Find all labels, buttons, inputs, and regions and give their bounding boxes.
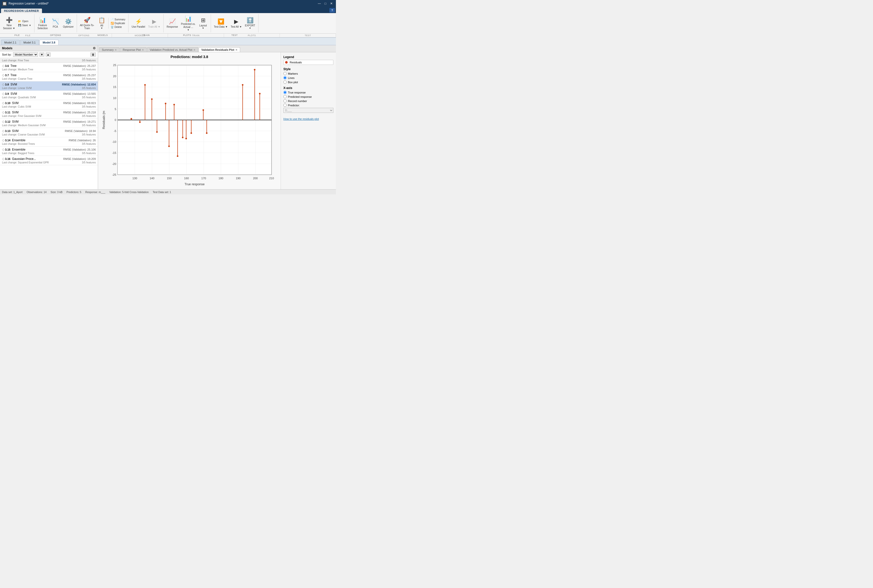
test-group: 🔽 Test Data ▼ ▶ Test All ▼ ⬆️ EXPORT ▼ T…	[211, 14, 258, 32]
file-group: ➕ NewSession ▼ 📂 Open 💾 Save ▼ FILE	[0, 14, 34, 32]
svg-text:25: 25	[113, 64, 116, 67]
new-session-button[interactable]: ➕ NewSession ▼	[2, 16, 16, 30]
sort-desc-button[interactable]: ▼	[39, 52, 44, 57]
model-item[interactable]: ◇3.15 Ensemble RMSE (Validation): 25.106…	[0, 147, 98, 156]
matlab-icon: 🔲	[2, 1, 7, 6]
delete-model-button[interactable]: 🗑	[90, 52, 96, 57]
tab-validation-residuals[interactable]: Validation Residuals Plot ✕	[199, 47, 240, 52]
tab-summary-close[interactable]: ✕	[115, 48, 117, 51]
predicted-response-radio[interactable]	[284, 95, 286, 98]
optimizer-icon: ⚙️	[65, 18, 72, 25]
optimizer-button[interactable]: ⚙️ Optimizer	[62, 18, 75, 28]
use-parallel-button[interactable]: ⚡ Use Parallel	[130, 18, 146, 29]
open-button[interactable]: 📂 Open	[17, 20, 32, 23]
response-button[interactable]: 📈 Response	[166, 18, 179, 28]
model-item[interactable]: ◇3.10 SVM RMSE (Validation): 69.823 Last…	[0, 100, 98, 110]
box-plot-option[interactable]: Box plot	[284, 81, 333, 84]
tab-validation-predicted-close[interactable]: ✕	[194, 48, 195, 51]
svg-text:5: 5	[115, 108, 116, 111]
svg-text:True response: True response	[184, 183, 205, 186]
help-button[interactable]: ?	[329, 8, 335, 13]
tab-residuals-close[interactable]: ✕	[236, 48, 237, 51]
predictor-radio[interactable]	[284, 104, 286, 107]
model-item[interactable]: ◇3.12 SVM RMSE (Validation): 19.271 Last…	[0, 118, 98, 128]
train-all-button[interactable]: ▶ Train All ▼	[147, 18, 161, 29]
legend-title: Legend	[284, 55, 333, 59]
close-button[interactable]: ✕	[329, 1, 334, 6]
models-panel-title: Models	[2, 46, 12, 50]
model-item[interactable]: ◇3.6 Tree RMSE (Validation): 25.237 Last…	[0, 63, 98, 72]
tab-validation-predicted[interactable]: Validation Predicted vs. Actual Plot ✕	[147, 47, 198, 52]
delete-button[interactable]: 🗑️ Delete	[110, 26, 126, 28]
predictor-select[interactable]: D___	[284, 108, 333, 113]
summary-button[interactable]: 📄 Summary	[110, 18, 126, 21]
tab-summary[interactable]: Summary ✕	[99, 47, 119, 52]
model-item[interactable]: ◇3.7 Tree RMSE (Validation): 25.237 Last…	[0, 72, 98, 81]
box-plot-radio[interactable]	[284, 81, 286, 84]
save-button[interactable]: 💾 Save ▼	[17, 24, 32, 27]
test-all-button[interactable]: ▶ Test All ▼	[230, 18, 243, 29]
model-item[interactable]: ◇3.16 Gaussian Proce... RMSE (Validation…	[0, 156, 98, 165]
svg-text:0: 0	[115, 118, 116, 122]
model-item[interactable]: ◇3.13 SVM RMSE (Validation): 18.94 Last …	[0, 128, 98, 137]
svg-text:170: 170	[201, 177, 206, 180]
feature-selection-icon: 📊	[39, 17, 46, 23]
all-models-icon: 📋	[98, 17, 105, 24]
svg-point-71	[182, 137, 183, 138]
tab-response-close[interactable]: ✕	[142, 48, 144, 51]
model-tab-2-1[interactable]: Model 2.1	[1, 40, 20, 45]
duplicate-button[interactable]: 🔁 Duplicate	[110, 22, 126, 25]
lines-option[interactable]: Lines	[284, 76, 333, 80]
model-item-top-label: Last change: Fine Tree 3/5 features	[0, 58, 98, 63]
markers-radio[interactable]	[284, 72, 286, 75]
test-label: TEST	[280, 34, 336, 37]
predicted-response-option[interactable]: Predicted response	[284, 95, 333, 98]
all-quick-to-train-button[interactable]: 🚀 All Quick-To-Train	[79, 16, 95, 30]
model-tab-3-8[interactable]: Model 3.8	[39, 40, 58, 45]
residuals-label: Residuals	[290, 61, 302, 64]
true-response-radio[interactable]	[284, 91, 286, 94]
svg-point-72	[185, 138, 187, 139]
svg-point-77	[254, 69, 255, 70]
maximize-button[interactable]: □	[323, 1, 328, 6]
model-tab-3-1[interactable]: Model 3.1	[20, 40, 39, 45]
xaxis-title: X-axis	[284, 86, 333, 90]
all-models-button[interactable]: 📋 All ▼	[96, 16, 107, 30]
model-item[interactable]: ◇3.9 SVM RMSE (Validation): 13.565 Last …	[0, 91, 98, 100]
minimize-button[interactable]: —	[317, 1, 322, 6]
plots-group: 📈 Response 📊 Predicted vs.Actual ... ▼ ⊞…	[164, 14, 211, 32]
regression-learner-tab[interactable]: REGRESSION LEARNER	[1, 9, 42, 13]
model-item-selected[interactable]: ◇3.8 SVM RMSE (Validation): 12.834 Last …	[0, 81, 98, 91]
test-data-button[interactable]: 🔽 Test Data ▼	[213, 18, 229, 29]
pca-icon: 📉	[52, 18, 59, 25]
tab-response-plot[interactable]: Response Plot ✕	[120, 47, 147, 52]
legend-item-residuals: Residuals	[284, 60, 333, 65]
options-group: 📊 FeatureSelection 📉 PCA ⚙️ Optimizer OP…	[34, 14, 77, 32]
true-response-option[interactable]: True response	[284, 91, 333, 94]
status-observations: Observations: 14	[27, 190, 46, 194]
svg-point-73	[190, 132, 192, 134]
lines-radio[interactable]	[284, 76, 286, 80]
chart-container: Predictions: model 3.8	[98, 52, 280, 189]
app-title: 🔲 Regression Learner - untitled*	[2, 1, 48, 6]
help-link[interactable]: How to use the residuals plot	[284, 117, 333, 120]
layout-button[interactable]: ⊞ Layout ▼	[198, 16, 209, 30]
predicted-vs-actual-button[interactable]: 📊 Predicted vs.Actual ... ▼	[180, 15, 196, 32]
sort-select[interactable]: Model Number	[13, 52, 38, 57]
model-item[interactable]: ◇3.14 Ensemble RMSE (Validation): 26 Las…	[0, 137, 98, 147]
file-label: FILE	[0, 34, 56, 37]
sort-asc-button[interactable]: ▲	[46, 52, 51, 57]
markers-option[interactable]: Markers	[284, 72, 333, 75]
predictor-option[interactable]: Predictor:	[284, 104, 333, 107]
chart-wrapper: 25 20 15 10 5 0 -5 -10 -15 -20 -25	[100, 61, 278, 187]
record-number-option[interactable]: Record number	[284, 99, 333, 103]
use-parallel-icon: ⚡	[135, 18, 142, 25]
feature-selection-button[interactable]: 📊 FeatureSelection	[36, 16, 49, 30]
svg-point-66	[156, 131, 158, 133]
export-button[interactable]: ⬆️ EXPORT ▼	[244, 16, 256, 30]
record-number-radio[interactable]	[284, 99, 286, 103]
pca-button[interactable]: 📉 PCA	[50, 18, 61, 28]
models-label: MODELS	[112, 34, 168, 37]
model-item[interactable]: ◇3.11 SVM RMSE (Validation): 25.218 Last…	[0, 110, 98, 118]
models-settings-icon[interactable]: ⚙	[93, 46, 96, 50]
